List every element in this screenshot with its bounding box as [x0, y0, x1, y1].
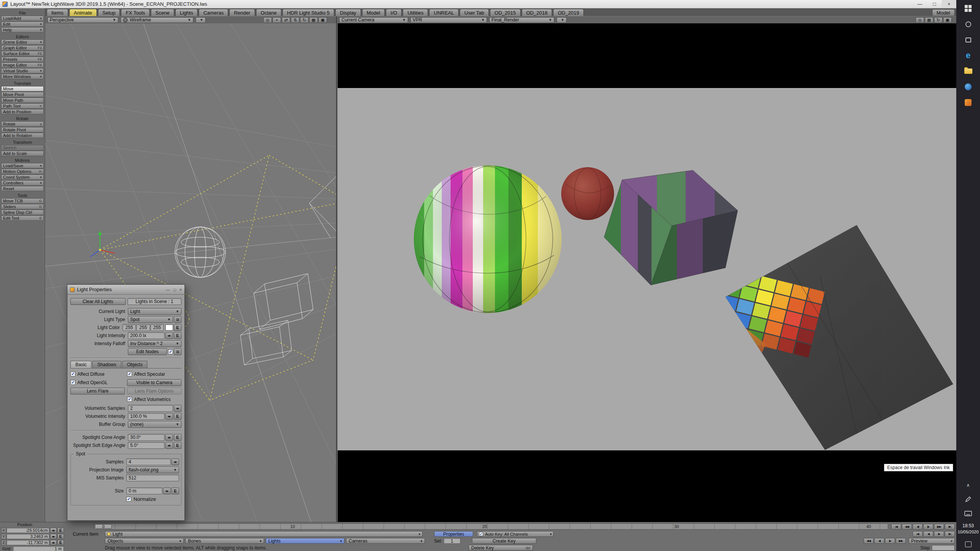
window-close-button[interactable]: ×: [942, 0, 956, 8]
action-center-icon[interactable]: [963, 540, 973, 549]
center-selected-icon[interactable]: ◎: [263, 17, 272, 23]
play-forward-button[interactable]: ▶: [934, 531, 944, 537]
sidebar-item-edit-tool[interactable]: Edit ToolE: [1, 215, 44, 221]
current-light-dropdown[interactable]: Light ▼: [128, 308, 181, 315]
sidebar-item-load-save[interactable]: Load/Save▾: [1, 163, 44, 168]
item-type-objects-button[interactable]: Objects▾: [105, 538, 184, 544]
edit-nodes-checkbox[interactable]: ✓: [168, 349, 173, 354]
sidebar-item-rotate-pivot[interactable]: Rotate Pivot: [1, 127, 44, 132]
sidebar-item-add-to-scale[interactable]: Add to Scale: [1, 151, 44, 156]
size-field[interactable]: 0 m: [126, 487, 162, 494]
y-envelope-button[interactable]: E: [57, 534, 64, 539]
light-color-r-field[interactable]: 255: [122, 324, 136, 331]
sidebar-item-move-pivot[interactable]: Move Pivot: [1, 92, 44, 97]
pinned-app-icon-blue[interactable]: [963, 82, 973, 91]
y-position-field[interactable]: 3.2463 m: [7, 534, 49, 539]
panel-close-button[interactable]: ×: [180, 287, 182, 292]
menu-tab-model[interactable]: Model: [362, 9, 385, 16]
next-keyframe-button[interactable]: ▶▶: [934, 524, 944, 530]
sidebar-item-rotate[interactable]: Rotatey: [1, 121, 44, 127]
orbit-horizontal-icon[interactable]: ⇄: [282, 17, 290, 23]
play-reverse-button[interactable]: ◀: [923, 531, 933, 537]
sidebar-item-sliders[interactable]: SlidersD: [1, 204, 44, 209]
vpr-options-dropdown[interactable]: ▼: [557, 17, 567, 23]
grid-toggle-icon[interactable]: ▦: [309, 17, 318, 23]
affect-volumetrics-checkbox[interactable]: ✓: [127, 397, 132, 402]
sidebar-item-presets[interactable]: PresetsF8: [1, 57, 44, 62]
z-position-field[interactable]: -11.7302 m: [7, 540, 49, 545]
timeline-handle[interactable]: 0: [95, 524, 112, 529]
viewport-layout-dropdown[interactable]: ▼: [196, 17, 206, 23]
affect-opengl-checkbox[interactable]: ✓: [70, 380, 75, 385]
spotlight-soft-edge-field[interactable]: 5.0°: [128, 442, 165, 449]
light-type-dropdown[interactable]: Spot ▼: [128, 316, 173, 323]
prev-keyframe-button[interactable]: ◀◀: [902, 524, 912, 530]
go-first-frame-button[interactable]: |◀: [913, 531, 923, 537]
menu-tab-fx-tools[interactable]: FX Tools: [121, 9, 149, 16]
volumetric-intensity-envelope-button[interactable]: E: [174, 413, 181, 420]
shading-mode-dropdown[interactable]: Wireframe ▼: [121, 17, 193, 23]
task-view-icon[interactable]: [963, 35, 973, 44]
windows-start-icon[interactable]: [963, 4, 973, 13]
render-target-dropdown[interactable]: Final_Render ▼: [489, 17, 554, 23]
menu-tab-unreal[interactable]: UNREAL: [429, 9, 459, 16]
edge-browser-icon[interactable]: e: [963, 51, 973, 60]
copy-paste-icon[interactable]: ▤: [174, 348, 181, 355]
prev-frame-button[interactable]: ◀: [913, 524, 923, 530]
mini-slider-icon[interactable]: ◂▸: [165, 332, 173, 339]
file-explorer-icon[interactable]: [963, 67, 973, 76]
sidebar-item-move-tcb[interactable]: Move TCBG: [1, 198, 44, 204]
go-last-frame-button[interactable]: ▶|: [945, 531, 955, 537]
sidebar-item-move-path[interactable]: Move Path: [1, 98, 44, 103]
sidebar-item-more-windows[interactable]: More Windows▾: [1, 74, 44, 79]
sidebar-item-spline-disp-ctrl[interactable]: Spline Disp Ctrl: [1, 210, 44, 215]
samples-field[interactable]: 4: [126, 458, 171, 465]
item-type-cameras-button[interactable]: Cameras▾: [346, 538, 425, 544]
mis-samples-field[interactable]: 512: [126, 474, 179, 481]
menu-tab-od-2019[interactable]: OD_2019: [553, 9, 584, 16]
item-type-lights-button[interactable]: Lights▾: [266, 538, 345, 544]
sidebar-item-controllers[interactable]: Controllers▾: [1, 180, 44, 186]
light-properties-titlebar[interactable]: Light Properties — □ ×: [67, 285, 185, 295]
preview-dropdown[interactable]: Preview ▾: [909, 538, 955, 544]
sidebar-item-add-to-position[interactable]: Add to Position: [1, 109, 44, 114]
rewind-button[interactable]: ◀◀: [864, 538, 874, 544]
menu-tab-items[interactable]: Items: [47, 9, 68, 16]
modeler-switch-button[interactable]: Model: [932, 9, 955, 16]
menu-tab-setup[interactable]: Setup: [98, 9, 120, 16]
fast-forward-button[interactable]: ▶▶: [896, 538, 906, 544]
x-position-field[interactable]: -29.5014cm: [7, 528, 49, 533]
go-first-frame-button[interactable]: |◀: [891, 524, 901, 530]
taskbar-clock[interactable]: 18:53 10/05/2020: [957, 523, 978, 535]
mini-slider-icon[interactable]: ◂▸: [165, 442, 173, 449]
panel-maximize-button[interactable]: □: [173, 287, 176, 292]
edit-nodes-button[interactable]: Edit Nodes: [128, 348, 167, 355]
maximize-viewport-icon[interactable]: ▣: [943, 17, 952, 23]
volumetric-samples-field[interactable]: 2: [128, 405, 173, 412]
item-type-bones-button[interactable]: Bones▾: [185, 538, 264, 544]
intensity-falloff-dropdown[interactable]: Inv Distance ^ 2 ▼: [128, 340, 181, 347]
menu-tab-cameras[interactable]: Cameras: [199, 9, 228, 16]
soft-edge-envelope-button[interactable]: E: [174, 442, 181, 449]
spotlight-cone-angle-field[interactable]: 30.0°: [128, 434, 165, 441]
sidebar-item-scene-editor[interactable]: Scene Editor▾: [1, 39, 44, 45]
light-intensity-envelope-button[interactable]: E: [174, 332, 181, 339]
copy-paste-icon[interactable]: ▤: [174, 316, 181, 323]
sidebar-item-virtual-studio[interactable]: Virtual Studio▾: [1, 68, 44, 73]
menu-tab-lights[interactable]: Lights: [175, 9, 198, 16]
menu-tab-i-o[interactable]: I/O: [386, 9, 402, 16]
rotate-view-icon[interactable]: ↻: [300, 17, 309, 23]
step-forward-button[interactable]: ▶: [885, 538, 895, 544]
pan-view-icon[interactable]: +: [273, 17, 281, 23]
affect-diffuse-checkbox[interactable]: ✓: [70, 372, 75, 377]
volumetric-intensity-field[interactable]: 100.0 %: [128, 413, 165, 420]
cone-angle-envelope-button[interactable]: E: [174, 434, 181, 441]
touch-keyboard-icon[interactable]: [963, 509, 973, 518]
show-hidden-icons-chevron[interactable]: ∧: [963, 481, 973, 490]
sidebar-item-load-add[interactable]: Load/Add▾: [1, 16, 44, 21]
light-color-g-field[interactable]: 255: [136, 324, 150, 331]
mini-slider-icon[interactable]: ◂▸: [50, 540, 57, 545]
menu-tab-render[interactable]: Render: [229, 9, 255, 16]
next-frame-button[interactable]: ▶: [923, 524, 933, 530]
mini-slider-icon[interactable]: ◂▸: [50, 528, 57, 533]
